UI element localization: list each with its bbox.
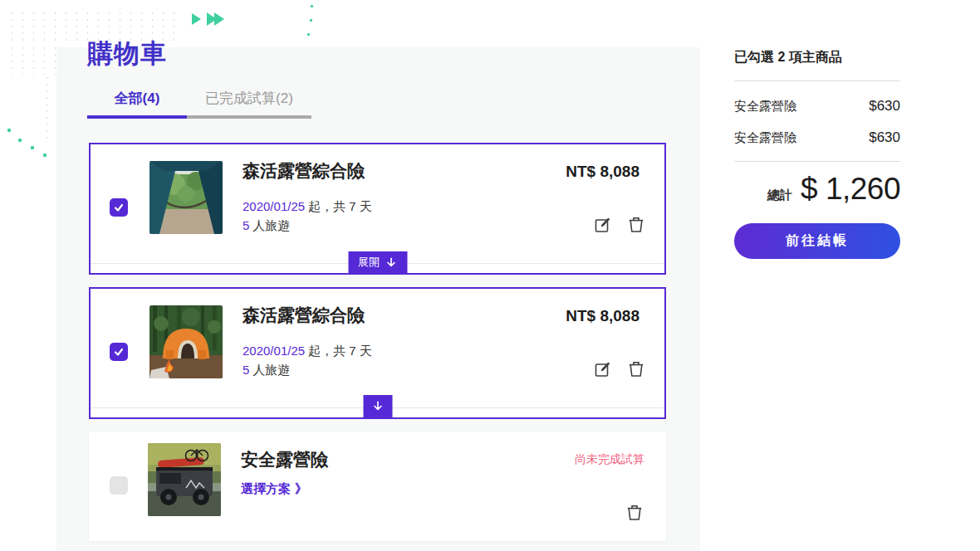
choose-plan-link[interactable]: 選擇方案 》	[241, 481, 307, 497]
summary-item-row: 安全露營險 $630	[734, 129, 900, 146]
edit-pencil-icon	[593, 359, 613, 379]
expand-button[interactable]: 展開	[348, 251, 407, 273]
edit-button[interactable]	[593, 215, 613, 235]
summary-total: 總計 $ 1,260	[767, 172, 900, 207]
item-date-start: 2020/01/25	[243, 344, 305, 358]
item-travelers-suffix: 人旅遊	[252, 363, 290, 377]
checkout-button[interactable]: 前往結帳	[734, 223, 900, 259]
item-travelers: 5人旅遊	[243, 363, 290, 378]
decor-green-dot	[307, 33, 310, 36]
item-price: NT$ 8,088	[566, 307, 639, 325]
item-date: 2020/01/25起，共 7 天	[243, 199, 372, 215]
down-arrow-icon	[385, 256, 397, 269]
item-price: NT$ 8,088	[566, 163, 639, 181]
dot-grid-pattern	[42, 75, 56, 141]
trash-icon	[626, 359, 646, 379]
delete-button[interactable]	[625, 503, 644, 523]
total-value: $ 1,260	[801, 172, 900, 207]
decor-triangle-icon	[192, 13, 201, 25]
page-title: 購物車	[87, 37, 167, 71]
choose-plan-label: 選擇方案	[241, 481, 291, 497]
trash-icon	[625, 503, 644, 523]
divider	[734, 161, 900, 162]
summary-item-price: $630	[869, 98, 900, 115]
item-actions	[593, 215, 646, 235]
summary-item-name: 安全露營險	[734, 130, 796, 146]
item-travelers-count: 5	[243, 363, 249, 377]
total-label: 總計	[767, 188, 792, 203]
down-arrow-icon	[371, 400, 384, 412]
cart-item-card: 森活露營綜合險 2020/01/25起，共 7 天 5人旅遊 NT$ 8,088…	[89, 143, 666, 275]
decor-green-dot	[311, 5, 313, 7]
decor-green-dot	[18, 139, 22, 142]
item-travelers-count: 5	[243, 218, 249, 232]
cart-item-card: 森活露營綜合險 2020/01/25起，共 7 天 5人旅遊 NT$ 8,088	[89, 287, 666, 419]
delete-button[interactable]	[626, 215, 646, 235]
delete-button[interactable]	[626, 359, 646, 379]
decor-triangle-icon	[214, 12, 224, 26]
summary-item-row: 安全露營險 $630	[734, 98, 900, 115]
decor-green-dot	[43, 154, 47, 157]
decor-green-dot	[310, 19, 312, 22]
decor-green-dot	[7, 129, 11, 132]
item-title: 森活露營綜合險	[243, 159, 365, 183]
checkmark-icon	[113, 346, 125, 358]
dot-grid-pattern	[7, 45, 56, 75]
edit-button[interactable]	[593, 359, 613, 379]
item-checkbox-unchecked[interactable]	[110, 476, 128, 495]
summary-item-price: $630	[869, 129, 900, 146]
product-image-tent-interior	[149, 161, 223, 234]
divider	[734, 80, 900, 81]
cart-tabs: 全部(4) 已完成試算(2)	[87, 89, 311, 119]
product-image-orange-tent	[149, 305, 223, 378]
cart-item-card: 安全露營險 尚未完成試算 選擇方案 》	[89, 432, 666, 541]
summary-item-name: 安全露營險	[734, 99, 796, 115]
expand-label: 展開	[358, 255, 380, 270]
tab-all[interactable]: 全部(4)	[87, 89, 187, 119]
collapse-button[interactable]	[363, 395, 392, 417]
item-date: 2020/01/25起，共 7 天	[243, 344, 372, 359]
item-date-start: 2020/01/25	[243, 199, 305, 213]
item-title: 森活露營綜合險	[243, 304, 365, 327]
item-travelers-suffix: 人旅遊	[252, 218, 290, 232]
item-date-suffix: 起，共 7 天	[308, 344, 372, 358]
item-travelers: 5人旅遊	[243, 218, 290, 234]
trash-icon	[626, 215, 646, 235]
item-checkbox-checked[interactable]	[110, 343, 128, 361]
summary-header: 已勾選 2 項主商品	[734, 49, 842, 66]
tab-completed[interactable]: 已完成試算(2)	[187, 89, 311, 119]
item-checkbox-checked[interactable]	[110, 198, 128, 217]
product-image-jeep	[148, 443, 221, 516]
item-actions	[593, 359, 646, 379]
item-title: 安全露營險	[241, 448, 328, 471]
decor-green-dot	[31, 146, 34, 149]
item-status: 尚未完成試算	[575, 452, 644, 467]
double-chevron-icon: 》	[295, 481, 307, 497]
edit-pencil-icon	[593, 215, 613, 235]
checkmark-icon	[113, 202, 125, 213]
item-date-suffix: 起，共 7 天	[308, 199, 372, 213]
